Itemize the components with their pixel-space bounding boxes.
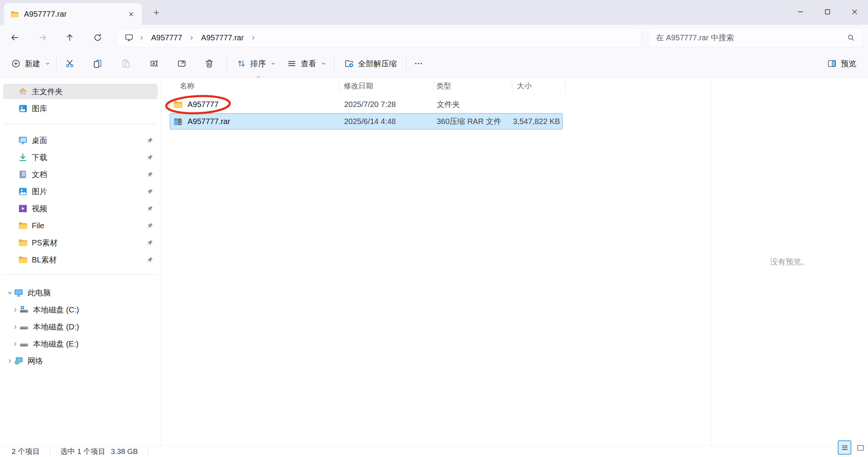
tab-title: A957777.rar [24, 10, 125, 19]
sidebar-item[interactable]: 网络 [3, 353, 158, 369]
chevron-right-icon[interactable] [12, 324, 18, 330]
more-options-button[interactable] [408, 53, 429, 74]
drive-icon [19, 339, 29, 349]
forward-button[interactable] [33, 28, 52, 47]
more-icon [413, 59, 424, 69]
toolbar-divider [406, 57, 406, 71]
sidebar-item[interactable]: 主文件夹 [3, 84, 158, 99]
sidebar-item[interactable]: 桌面 [3, 133, 158, 148]
rename-icon [150, 59, 160, 69]
sort-button[interactable]: 排序 [232, 53, 281, 74]
preview-pane-icon [827, 59, 837, 69]
chevron-down-icon [45, 61, 50, 66]
share-button[interactable] [172, 53, 192, 74]
home-icon [18, 86, 28, 97]
documents-icon [18, 169, 28, 179]
pin-icon[interactable] [146, 239, 154, 247]
list-view-toggle[interactable] [838, 440, 851, 455]
back-button[interactable] [5, 28, 24, 47]
arrow-right-icon [38, 33, 47, 42]
file-row[interactable]: A957777 2025/7/20 7:28 文件夹 [170, 96, 563, 112]
column-header-type[interactable]: 类型 [434, 80, 512, 92]
file-size: 3,547,822 KB [513, 117, 563, 126]
file-name: A957777.rar [188, 117, 230, 126]
chevron-right-icon[interactable] [12, 307, 18, 313]
pin-icon[interactable] [146, 153, 154, 161]
chevron-right-icon [250, 35, 256, 41]
address-bar[interactable]: A957777 A957777.rar [116, 28, 642, 47]
paste-button[interactable] [116, 53, 136, 74]
close-icon [851, 8, 859, 16]
sidebar-item[interactable]: 此电脑 [3, 285, 158, 300]
navigation-bar: A957777 A957777.rar [0, 25, 868, 50]
sidebar-item-label: 图片 [32, 186, 154, 197]
file-name: A957777 [188, 100, 219, 109]
search-input[interactable] [655, 33, 843, 43]
close-tab-button[interactable] [125, 8, 137, 20]
sidebar-item-label: 桌面 [32, 135, 154, 146]
sidebar-item[interactable]: 图片 [3, 184, 158, 199]
extract-all-button[interactable]: 全部解压缩 [339, 53, 401, 74]
sidebar-item[interactable]: 本地磁盘 (C:) [3, 302, 158, 317]
chevron-down-icon[interactable] [7, 290, 13, 296]
rar-archive-icon [173, 116, 183, 127]
search-icon[interactable] [847, 33, 855, 42]
new-tab-button[interactable] [150, 6, 163, 19]
file-row[interactable]: A957777.rar 2025/6/14 4:48 360压缩 RAR 文件 … [170, 113, 563, 129]
sidebar-item[interactable]: 下载 [3, 150, 158, 165]
sidebar-item[interactable]: 本地磁盘 (D:) [3, 319, 158, 335]
delete-button[interactable] [199, 53, 219, 74]
column-header-name[interactable]: 名称 [167, 80, 339, 92]
preview-toggle-button[interactable]: 预览 [822, 53, 861, 74]
minimize-button[interactable] [787, 0, 814, 23]
pin-icon[interactable] [146, 205, 154, 212]
close-window-button[interactable] [841, 0, 868, 23]
network-icon [14, 356, 24, 366]
sidebar-item[interactable]: BL素材 [3, 252, 158, 267]
pin-icon[interactable] [146, 188, 154, 195]
toolbar-divider [226, 57, 227, 71]
view-button[interactable]: 查看 [282, 53, 331, 74]
explorer-tab[interactable]: A957777.rar [4, 3, 142, 25]
refresh-icon [93, 33, 102, 42]
breadcrumb-item[interactable]: A957777.rar [197, 31, 248, 44]
copy-button[interactable] [88, 53, 108, 74]
arrow-up-icon [65, 33, 74, 42]
new-button[interactable]: 新建 [6, 53, 55, 74]
pin-icon[interactable] [146, 256, 154, 264]
sidebar-item[interactable]: 文档 [3, 167, 158, 182]
pin-icon[interactable] [146, 136, 154, 144]
pin-icon[interactable] [146, 171, 154, 178]
sidebar-item[interactable]: 图库 [3, 101, 158, 116]
breadcrumb-item[interactable]: A957777 [147, 31, 186, 44]
up-button[interactable] [60, 28, 79, 47]
chevron-right-icon[interactable] [12, 341, 18, 347]
preview-pane: 没有预览。 [711, 78, 868, 446]
computer-icon [14, 288, 24, 298]
cut-button[interactable] [60, 53, 80, 74]
column-header-modified[interactable]: 修改日期 [339, 80, 434, 92]
sort-ascending-icon [255, 75, 261, 79]
sidebar-item-label: File [32, 221, 154, 230]
chevron-right-icon[interactable] [7, 358, 13, 364]
plus-icon [153, 9, 160, 16]
refresh-button[interactable] [88, 28, 107, 47]
gallery-icon [18, 103, 28, 114]
folder-icon [18, 221, 28, 231]
status-divider [50, 448, 50, 455]
maximize-button[interactable] [814, 0, 841, 23]
sidebar-item[interactable]: 视频 [3, 201, 158, 216]
rename-button[interactable] [145, 53, 165, 74]
folder-icon [10, 10, 19, 19]
column-header-size[interactable]: 大小 [512, 80, 566, 92]
selection-count: 选中 1 个项目 [60, 447, 105, 457]
sidebar-item-label: 网络 [28, 356, 154, 366]
sidebar-item[interactable]: File [3, 218, 158, 233]
thumbnail-view-toggle[interactable] [855, 443, 866, 453]
status-bar: 2 个项目 选中 1 个项目 3.38 GB [0, 446, 868, 457]
sidebar-item[interactable]: 本地磁盘 (E:) [3, 336, 158, 352]
drive-windows-icon [19, 305, 29, 315]
chevron-down-icon [321, 61, 326, 66]
pin-icon[interactable] [146, 222, 154, 229]
sidebar-item[interactable]: PS素材 [3, 235, 158, 250]
